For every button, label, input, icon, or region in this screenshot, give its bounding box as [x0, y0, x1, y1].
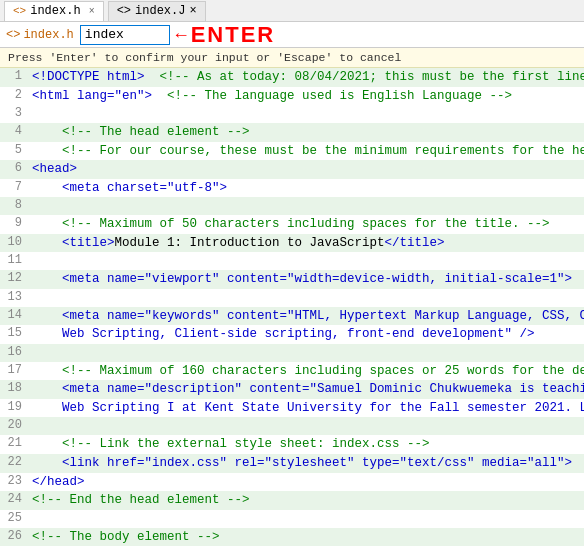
code-line: 1<!DOCTYPE html> <!-- As at today: 08/04… — [0, 68, 584, 87]
line-content: <!-- End the head element --> — [28, 491, 584, 510]
line-number: 21 — [0, 435, 28, 450]
line-content: Web Scripting, Client-side scripting, fr… — [28, 325, 584, 344]
code-line: 19 Web Scripting I at Kent State Univers… — [0, 399, 584, 418]
line-content — [28, 344, 584, 346]
line-number: 23 — [0, 473, 28, 488]
line-number: 2 — [0, 87, 28, 102]
code-line: 10 <title>Module 1: Introduction to Java… — [0, 234, 584, 253]
close-tab-2[interactable]: × — [189, 4, 196, 18]
line-content: <!-- For our course, these must be the m… — [28, 142, 584, 161]
line-content: <meta name="keywords" content="HTML, Hyp… — [28, 307, 584, 326]
line-number: 10 — [0, 234, 28, 249]
line-content — [28, 252, 584, 254]
line-content: <head> — [28, 160, 584, 179]
line-number: 7 — [0, 179, 28, 194]
hint-bar: Press 'Enter' to confirm your input or '… — [0, 48, 584, 68]
code-line: 18 <meta name="description" content="Sam… — [0, 380, 584, 399]
line-number: 15 — [0, 325, 28, 340]
line-number: 5 — [0, 142, 28, 157]
line-number: 3 — [0, 105, 28, 120]
line-number: 26 — [0, 528, 28, 543]
enter-arrow-symbol: ← — [176, 25, 187, 45]
line-content: <!DOCTYPE html> <!-- As at today: 08/04/… — [28, 68, 584, 87]
tab-icon-1: <> — [13, 5, 26, 17]
search-bar: <> index.h ← ENTER — [0, 22, 584, 48]
tab-bar: <> index.h × <> index.J × — [0, 0, 584, 22]
line-number: 11 — [0, 252, 28, 267]
code-line: 5 <!-- For our course, these must be the… — [0, 142, 584, 161]
line-number: 19 — [0, 399, 28, 414]
search-tab-text: index.h — [23, 28, 73, 42]
code-line: 20 — [0, 417, 584, 435]
tab-label-2: index.J — [135, 4, 185, 18]
code-line: 14 <meta name="keywords" content="HTML, … — [0, 307, 584, 326]
line-content: Web Scripting I at Kent State University… — [28, 399, 584, 418]
tab-label-1: index.h — [30, 4, 80, 18]
line-content — [28, 197, 584, 199]
line-content: <!-- Maximum of 50 characters including … — [28, 215, 584, 234]
line-content: <!-- Link the external style sheet: inde… — [28, 435, 584, 454]
line-number: 24 — [0, 491, 28, 506]
line-number: 16 — [0, 344, 28, 359]
hint-text: Press 'Enter' to confirm your input or '… — [8, 51, 401, 64]
tab-index-h[interactable]: <> index.h × — [4, 1, 104, 21]
code-line: 17 <!-- Maximum of 160 characters includ… — [0, 362, 584, 381]
code-line: 11 — [0, 252, 584, 270]
tab-index-j[interactable]: <> index.J × — [108, 1, 206, 21]
code-line: 7 <meta charset="utf-8"> — [0, 179, 584, 198]
line-number: 14 — [0, 307, 28, 322]
line-number: 25 — [0, 510, 28, 525]
tab-icon-2: <> — [117, 4, 131, 18]
search-input[interactable] — [80, 25, 170, 45]
code-line: 16 — [0, 344, 584, 362]
code-line: 25 — [0, 510, 584, 528]
line-number: 6 — [0, 160, 28, 175]
code-area: 1<!DOCTYPE html> <!-- As at today: 08/04… — [0, 68, 584, 546]
line-content: <meta name="description" content="Samuel… — [28, 380, 584, 399]
code-line: 6<head> — [0, 160, 584, 179]
code-line: 4 <!-- The head element --> — [0, 123, 584, 142]
code-line: 13 — [0, 289, 584, 307]
code-line: 22 <link href="index.css" rel="styleshee… — [0, 454, 584, 473]
line-content: <meta name="viewport" content="width=dev… — [28, 270, 584, 289]
line-number: 18 — [0, 380, 28, 395]
enter-indicator: ← ENTER — [176, 22, 275, 48]
line-content: </head> — [28, 473, 584, 492]
line-content — [28, 417, 584, 419]
line-content: <meta charset="utf-8"> — [28, 179, 584, 198]
line-content — [28, 289, 584, 291]
line-content: <!-- The head element --> — [28, 123, 584, 142]
code-line: 15 Web Scripting, Client-side scripting,… — [0, 325, 584, 344]
line-content: <html lang="en"> <!-- The language used … — [28, 87, 584, 106]
search-tab-icon: <> — [6, 28, 20, 42]
line-number: 12 — [0, 270, 28, 285]
code-line: 12 <meta name="viewport" content="width=… — [0, 270, 584, 289]
code-line: 3 — [0, 105, 584, 123]
line-content: <!-- Maximum of 160 characters including… — [28, 362, 584, 381]
search-tab-label: <> index.h — [6, 28, 74, 42]
enter-label: ENTER — [191, 22, 276, 48]
code-line: 26<!-- The body element --> — [0, 528, 584, 546]
line-content: <!-- The body element --> — [28, 528, 584, 546]
code-line: 8 — [0, 197, 584, 215]
line-content — [28, 510, 584, 512]
line-number: 9 — [0, 215, 28, 230]
line-number: 22 — [0, 454, 28, 469]
line-number: 17 — [0, 362, 28, 377]
code-line: 23</head> — [0, 473, 584, 492]
line-number: 1 — [0, 68, 28, 83]
code-line: 21 <!-- Link the external style sheet: i… — [0, 435, 584, 454]
line-content: <link href="index.css" rel="stylesheet" … — [28, 454, 584, 473]
line-number: 4 — [0, 123, 28, 138]
line-content — [28, 105, 584, 107]
code-line: 2<html lang="en"> <!-- The language used… — [0, 87, 584, 106]
line-number: 13 — [0, 289, 28, 304]
line-number: 8 — [0, 197, 28, 212]
code-line: 9 <!-- Maximum of 50 characters includin… — [0, 215, 584, 234]
close-tab-1[interactable]: × — [89, 6, 95, 17]
code-line: 24<!-- End the head element --> — [0, 491, 584, 510]
line-number: 20 — [0, 417, 28, 432]
line-content: <title>Module 1: Introduction to JavaScr… — [28, 234, 584, 253]
